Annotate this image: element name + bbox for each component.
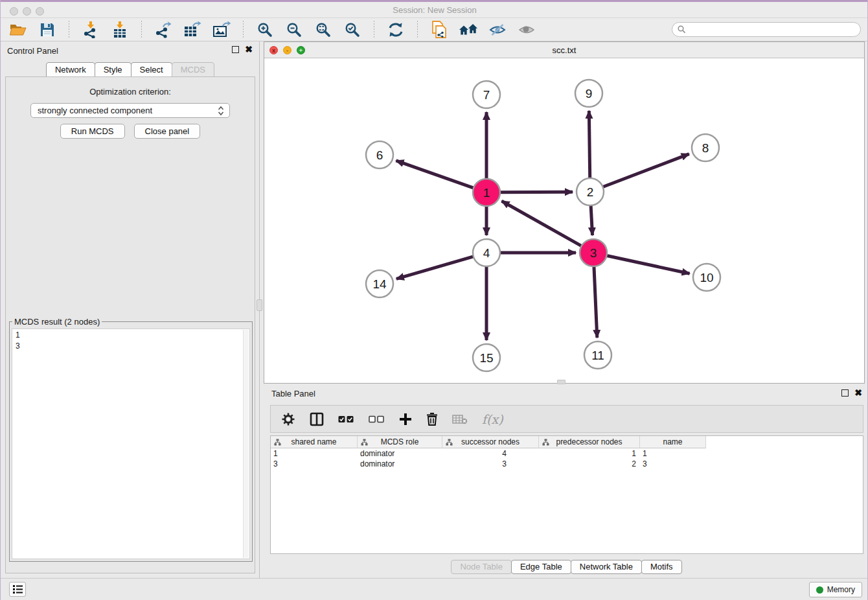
tab-style[interactable]: Style	[95, 62, 131, 78]
show-all-icon[interactable]	[517, 21, 536, 39]
list-icon	[13, 585, 23, 594]
import-network-icon[interactable]	[81, 21, 100, 39]
control-panel-tabs: NetworkStyleSelectMCDS	[1, 62, 259, 78]
graph-node-1[interactable]: 1	[473, 179, 500, 206]
graph-node-6[interactable]: 6	[366, 141, 393, 168]
select-stepper-icon	[218, 106, 224, 118]
export-network-icon[interactable]	[154, 21, 173, 39]
graph-node-4[interactable]: 4	[473, 239, 500, 266]
mcds-result-area[interactable]: 1 3	[12, 329, 250, 559]
table-panel-header: Table Panel ✖	[264, 385, 868, 402]
float-panel-icon[interactable]	[232, 46, 239, 53]
cell-name[interactable]: 3	[640, 459, 706, 469]
graph-edge-2-3[interactable]	[591, 205, 592, 235]
close-panel-icon[interactable]: ✖	[245, 46, 253, 53]
column-label: shared name	[291, 437, 336, 446]
cell-predecessor-nodes[interactable]: 1	[539, 448, 640, 459]
column-label: predecessor nodes	[556, 437, 622, 446]
graph-edge-1-6[interactable]	[396, 161, 474, 188]
cell-successor-nodes[interactable]: 3	[442, 459, 539, 469]
column-header-name[interactable]: name	[640, 436, 706, 448]
graph-node-11[interactable]: 11	[584, 341, 611, 369]
graph-node-8[interactable]: 8	[692, 134, 719, 161]
criterion-select[interactable]: strongly connected component	[30, 103, 230, 118]
graph-node-7[interactable]: 7	[473, 81, 500, 108]
graph-node-2[interactable]: 2	[577, 178, 604, 205]
new-network-from-selection-icon[interactable]	[429, 21, 449, 39]
graph-edge-3-10[interactable]	[607, 255, 690, 273]
graph-edge-2-8[interactable]	[603, 154, 689, 187]
table-row[interactable]: 3dominator323	[271, 459, 863, 469]
toolbar-separator	[374, 21, 374, 39]
result-scrollbar[interactable]	[243, 330, 249, 558]
table-row[interactable]: 1dominator411	[271, 448, 863, 459]
first-neighbors-icon[interactable]	[459, 21, 478, 39]
deselect-all-icon[interactable]	[369, 415, 385, 423]
graph-edge-3-1[interactable]	[502, 201, 582, 246]
close-panel-button[interactable]: Close panel	[134, 124, 201, 139]
cell-shared-name[interactable]: 3	[271, 459, 358, 469]
cell-mcds-role[interactable]: dominator	[358, 459, 442, 469]
tab-motifs[interactable]: Motifs	[641, 560, 682, 574]
settings-gear-icon[interactable]	[281, 412, 295, 426]
tab-edge-table[interactable]: Edge Table	[511, 560, 571, 574]
column-header-successor-nodes[interactable]: successor nodes	[442, 436, 539, 448]
graph-node-3[interactable]: 3	[580, 239, 607, 266]
tab-network-table[interactable]: Network Table	[571, 560, 642, 574]
task-history-button[interactable]	[9, 582, 26, 597]
graph-edge-3-11[interactable]	[594, 266, 597, 338]
graph-node-14[interactable]: 14	[366, 270, 393, 297]
zoom-fit-icon[interactable]	[314, 21, 333, 39]
import-table-icon[interactable]	[110, 21, 130, 39]
graph-node-label: 9	[586, 87, 593, 100]
cell-shared-name[interactable]: 1	[271, 448, 358, 459]
network-window-grip[interactable]	[557, 380, 565, 384]
column-label: name	[663, 437, 682, 446]
hide-selected-icon[interactable]	[488, 21, 507, 39]
column-header-shared-name[interactable]: shared name	[271, 436, 358, 448]
save-session-icon[interactable]	[38, 21, 57, 39]
zoom-selected-icon[interactable]	[343, 21, 362, 39]
close-table-panel-icon[interactable]: ✖	[854, 389, 862, 397]
export-table-icon[interactable]	[183, 21, 202, 39]
add-column-icon[interactable]	[399, 413, 412, 426]
graph-node-label: 15	[479, 351, 493, 365]
graph-edge-4-14[interactable]	[396, 257, 474, 279]
toolbar-separator	[141, 21, 142, 39]
delete-table-icon[interactable]	[452, 414, 468, 424]
cell-name[interactable]: 1	[640, 448, 706, 459]
tab-select[interactable]: Select	[131, 62, 172, 78]
graph-edge-1-2[interactable]	[500, 192, 573, 192]
apply-layout-icon[interactable]	[386, 21, 405, 39]
cell-predecessor-nodes[interactable]: 2	[539, 459, 640, 469]
network-graph[interactable]: 7968124314101511	[265, 58, 863, 383]
zoom-in-icon[interactable]	[255, 21, 275, 39]
cell-successor-nodes[interactable]: 4	[442, 448, 539, 459]
node-table[interactable]: shared nameMCDS rolesuccessor nodesprede…	[270, 435, 863, 554]
graph-node-9[interactable]: 9	[575, 80, 602, 107]
panel-divider-grip[interactable]	[257, 299, 262, 311]
open-session-icon[interactable]	[8, 21, 28, 39]
search-input[interactable]	[672, 22, 861, 37]
graph-edge-2-9[interactable]	[589, 111, 589, 178]
zoom-out-icon[interactable]	[284, 21, 304, 39]
tab-network[interactable]: Network	[46, 62, 95, 78]
export-image-icon[interactable]	[212, 21, 231, 39]
graph-node-10[interactable]: 10	[693, 264, 720, 291]
network-canvas[interactable]: 7968124314101511	[265, 58, 863, 383]
column-header-mcds-role[interactable]: MCDS role	[358, 436, 442, 448]
graph-node-15[interactable]: 15	[473, 344, 500, 371]
column-header-predecessor-nodes[interactable]: predecessor nodes	[539, 436, 640, 448]
delete-column-icon[interactable]	[426, 412, 438, 426]
cell-mcds-role[interactable]: dominator	[358, 448, 442, 459]
toolbar-separator	[69, 21, 69, 39]
toggle-column-view-icon[interactable]	[310, 412, 324, 426]
graph-node-label: 8	[702, 141, 709, 155]
float-table-panel-icon[interactable]	[841, 389, 849, 397]
select-all-icon[interactable]	[338, 415, 354, 423]
tab-node-table[interactable]: Node Table	[451, 560, 512, 574]
memory-button[interactable]: Memory	[809, 582, 862, 597]
function-builder-icon[interactable]: f(x)	[482, 412, 503, 426]
tab-mcds[interactable]: MCDS	[172, 62, 214, 78]
run-mcds-button[interactable]: Run MCDS	[60, 124, 125, 139]
